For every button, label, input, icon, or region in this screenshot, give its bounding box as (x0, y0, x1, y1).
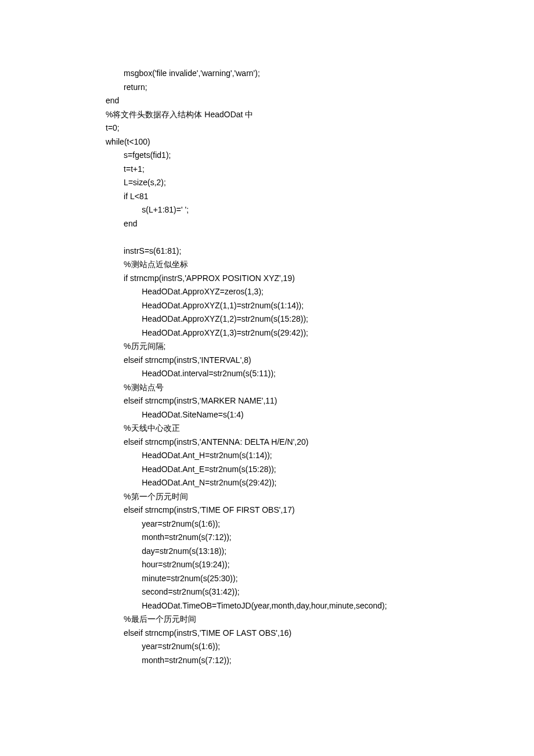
code-block: msgbox('file invalide','warning','warn')… (106, 67, 534, 667)
